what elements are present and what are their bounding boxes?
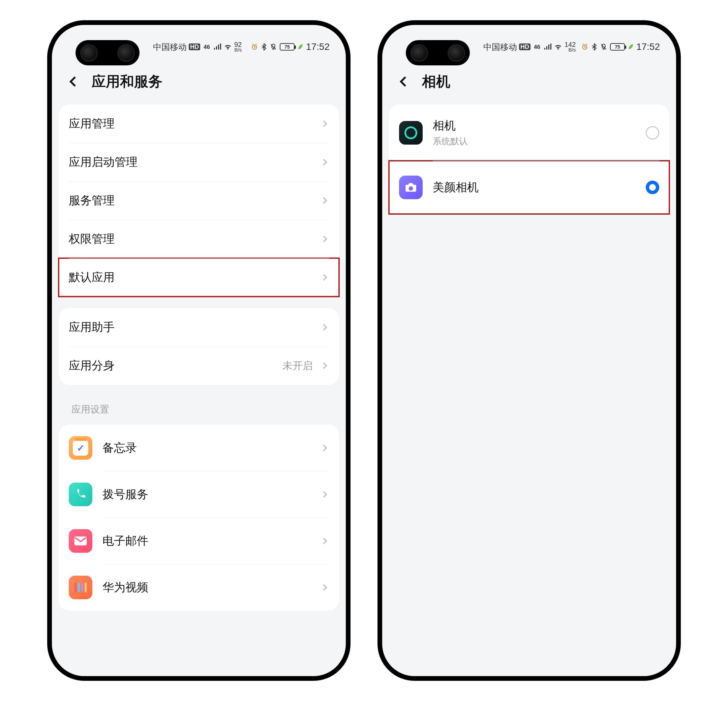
side-button <box>680 214 681 298</box>
wifi-icon <box>554 43 563 50</box>
alarm-icon <box>251 43 258 50</box>
chevron-right-icon <box>320 119 329 128</box>
side-button <box>680 146 681 200</box>
label: 美颜相机 <box>433 180 479 195</box>
label: 华为视频 <box>102 580 148 595</box>
wifi-icon <box>223 43 232 50</box>
row-video-app[interactable]: 华为视频 <box>59 564 339 611</box>
camera-cutout <box>406 40 470 66</box>
label: 服务管理 <box>69 193 115 208</box>
video-icon <box>69 576 92 599</box>
row-permission-manage[interactable]: 权限管理 <box>59 220 339 258</box>
value: 未开启 <box>283 359 313 373</box>
leaf-icon <box>297 43 303 50</box>
notes-icon: ✓ <box>69 436 92 460</box>
hd-badge: HD <box>519 43 531 50</box>
page-title: 相机 <box>422 72 450 91</box>
chevron-right-icon <box>320 444 329 452</box>
hd-badge: HD <box>189 43 200 50</box>
network-badge: 46 <box>202 44 211 50</box>
network-badge: 46 <box>532 44 541 50</box>
mute-icon <box>270 43 277 50</box>
row-dialer-app[interactable]: 拨号服务 <box>59 471 339 518</box>
label: 应用助手 <box>69 320 115 335</box>
bluetooth-icon <box>261 43 267 50</box>
header: 相机 <box>382 62 676 104</box>
camera-icon <box>399 121 423 145</box>
row-app-manage[interactable]: 应用管理 <box>59 104 339 143</box>
row-service-manage[interactable]: 服务管理 <box>59 181 339 220</box>
label: 应用启动管理 <box>69 154 138 170</box>
battery-icon: 75 <box>280 43 295 50</box>
row-twin-apps[interactable]: 应用分身 未开启 <box>59 346 339 385</box>
side-button <box>350 146 350 200</box>
header: 应用和服务 <box>52 62 346 104</box>
label: 应用管理 <box>69 116 115 132</box>
row-default-apps[interactable]: 默认应用 <box>59 258 339 297</box>
carrier-label: 中国移动 <box>153 41 187 53</box>
back-button[interactable] <box>66 73 81 90</box>
chevron-right-icon <box>320 490 329 499</box>
net-speed: 142B/s <box>564 41 576 52</box>
phone-icon <box>69 483 92 506</box>
net-speed: 92B/s <box>234 41 242 52</box>
chevron-right-icon <box>320 235 329 243</box>
label: 电子邮件 <box>102 533 148 549</box>
signal-icon <box>213 43 222 50</box>
label: 拨号服务 <box>102 487 148 502</box>
leaf-icon <box>627 43 634 50</box>
chevron-right-icon <box>320 196 329 205</box>
chevron-right-icon <box>320 537 329 545</box>
page-title: 应用和服务 <box>92 72 162 91</box>
phone-right: 中国移动 HD 46 142B/s <box>378 20 681 681</box>
beauty-camera-icon <box>399 176 423 199</box>
chevron-right-icon <box>320 583 329 592</box>
camera-cutout <box>75 40 139 66</box>
label: 默认应用 <box>69 270 115 285</box>
settings-group-1: 应用管理 应用启动管理 服务管理 权限管理 <box>59 104 339 297</box>
section-label: 应用设置 <box>59 396 339 425</box>
radio-unchecked[interactable] <box>646 126 659 139</box>
chevron-right-icon <box>320 273 329 282</box>
row-app-assistant[interactable]: 应用助手 <box>59 308 339 346</box>
row-launch-manage[interactable]: 应用启动管理 <box>59 143 339 181</box>
camera-choices: 相机 系统默认 美颜相机 <box>389 104 669 214</box>
label: 相机 <box>433 118 468 133</box>
bluetooth-icon <box>591 43 597 50</box>
chevron-right-icon <box>320 361 329 370</box>
settings-group-2: 应用助手 应用分身 未开启 <box>59 308 339 385</box>
label: 权限管理 <box>69 231 115 247</box>
sublabel: 系统默认 <box>433 136 468 147</box>
mail-icon <box>69 529 92 553</box>
chevron-right-icon <box>320 158 329 167</box>
back-button[interactable] <box>396 73 412 90</box>
battery-icon: 75 <box>610 43 625 50</box>
option-system-camera[interactable]: 相机 系统默认 <box>389 104 669 161</box>
clock-label: 17:52 <box>636 41 660 52</box>
label: 应用分身 <box>69 358 115 373</box>
side-button <box>350 214 350 298</box>
mute-icon <box>600 43 607 50</box>
alarm-icon <box>581 43 589 50</box>
radio-checked[interactable] <box>646 180 659 194</box>
carrier-label: 中国移动 <box>483 41 517 53</box>
label: 备忘录 <box>102 440 137 456</box>
app-settings-group: ✓ 备忘录 拨号服务 电子邮件 <box>59 425 339 611</box>
chevron-right-icon <box>320 323 329 332</box>
signal-icon <box>544 43 552 50</box>
phone-left: 中国移动 HD 46 92B/s <box>47 20 350 681</box>
row-notes-app[interactable]: ✓ 备忘录 <box>59 425 339 471</box>
option-beauty-camera[interactable]: 美颜相机 <box>389 161 669 214</box>
row-email-app[interactable]: 电子邮件 <box>59 518 339 564</box>
clock-label: 17:52 <box>306 41 330 52</box>
